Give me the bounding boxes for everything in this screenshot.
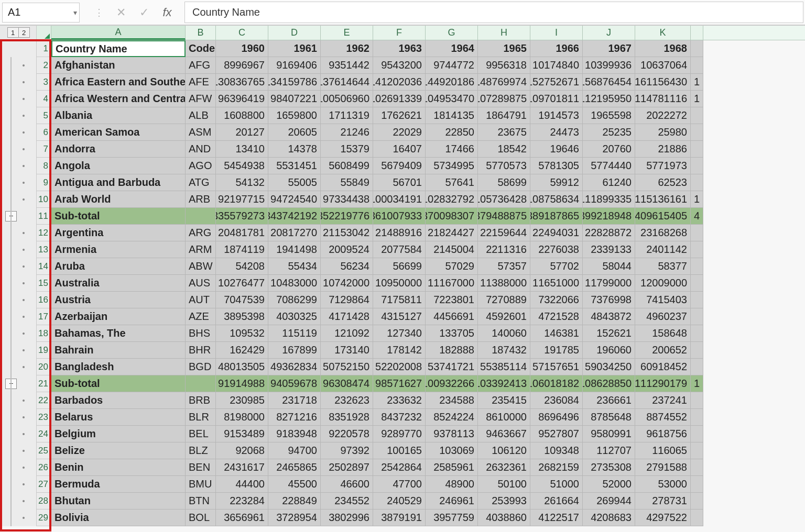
cell-value[interactable]: 233632 [373, 392, 426, 409]
cell-value[interactable]: 3879191 [373, 509, 426, 526]
cell-value[interactable]: 240529 [373, 493, 426, 509]
cell-value[interactable]: 2585961 [426, 459, 478, 476]
row-header[interactable]: 2 [37, 57, 51, 74]
cell-value[interactable]: 234588 [426, 392, 478, 409]
cell-value[interactable]: 8271216 [268, 409, 321, 426]
cell-value[interactable]: 246961 [426, 493, 478, 509]
cell-value[interactable]: 361007933 [373, 208, 426, 225]
row-header[interactable]: 19 [37, 342, 51, 359]
cell-country-name[interactable]: American Samoa [51, 124, 186, 141]
cell-value[interactable]: 228849 [268, 493, 321, 509]
cell-value[interactable]: 9580991 [583, 426, 635, 442]
cell-value[interactable]: 8874552 [635, 409, 691, 426]
cell-value[interactable]: 2502897 [321, 459, 373, 476]
cell-value[interactable]: 133705 [426, 325, 478, 342]
cell-overflow[interactable] [691, 325, 703, 342]
cell-value[interactable]: 57157651 [530, 359, 583, 375]
cell-overflow[interactable] [691, 107, 703, 124]
cell-value[interactable]: 237241 [635, 392, 691, 409]
cell-value[interactable]: 10637064 [635, 57, 691, 74]
cell-value[interactable]: 3957759 [426, 509, 478, 526]
cell-value[interactable]: 232623 [321, 392, 373, 409]
cell-value[interactable]: 187432 [478, 342, 530, 359]
cell-value[interactable]: 55385114 [478, 359, 530, 375]
cell-overflow[interactable] [691, 342, 703, 359]
row-header[interactable]: 21 [37, 375, 51, 392]
cell-value[interactable]: 4297522 [635, 509, 691, 526]
row-header[interactable]: 13 [37, 241, 51, 258]
cell-value[interactable]: 4456691 [426, 308, 478, 325]
cell-value[interactable]: 111290179 [635, 375, 691, 392]
cell-country-code[interactable] [186, 208, 216, 225]
row-header[interactable]: 22 [37, 392, 51, 409]
cell-country-name[interactable]: Africa Western and Central [51, 91, 186, 107]
cell-value[interactable]: 100034191 [373, 191, 426, 208]
col-header-E[interactable]: E [321, 26, 373, 40]
cell-value[interactable]: 23168268 [635, 225, 691, 241]
cell-value[interactable]: 14378 [268, 141, 321, 158]
cell-country-code[interactable]: ARM [186, 241, 216, 258]
cell-country-name[interactable]: Belize [51, 442, 186, 459]
col-header-F[interactable]: F [373, 26, 426, 40]
cell-value[interactable]: 2542864 [373, 459, 426, 476]
cell-value[interactable]: 50752150 [321, 359, 373, 375]
cell-value[interactable]: 8696496 [530, 409, 583, 426]
cell-value[interactable]: 9289770 [373, 426, 426, 442]
cell-value[interactable]: 161156430 [635, 74, 691, 91]
cell-country-name[interactable]: Aruba [51, 258, 186, 275]
cell-value[interactable]: 97392 [321, 442, 373, 459]
cell-B1[interactable]: Code [186, 40, 216, 57]
col-header-A[interactable]: A [51, 26, 186, 40]
cell-country-name[interactable]: Belarus [51, 409, 186, 426]
cell-overflow[interactable] [691, 359, 703, 375]
cell-value[interactable]: 9351442 [321, 57, 373, 74]
cell-value[interactable]: 8610000 [478, 409, 530, 426]
row-header[interactable]: 4 [37, 91, 51, 107]
cell-value[interactable]: 55434 [268, 258, 321, 275]
cell-G1[interactable]: 1964 [426, 40, 478, 57]
cell-value[interactable]: 5454938 [216, 158, 268, 174]
row-header[interactable]: 24 [37, 426, 51, 442]
cell-overflow[interactable] [691, 308, 703, 325]
cell-value[interactable]: 1711319 [321, 107, 373, 124]
col-header-C[interactable]: C [216, 26, 268, 40]
cell-country-code[interactable]: BMU [186, 476, 216, 493]
cell-value[interactable]: 2682159 [530, 459, 583, 476]
cell-value[interactable]: 102832792 [426, 191, 478, 208]
cell-value[interactable]: 4171428 [321, 308, 373, 325]
row-header[interactable]: 17 [37, 308, 51, 325]
cell-value[interactable]: 134159786 [268, 74, 321, 91]
cell-value[interactable]: 115119 [268, 325, 321, 342]
cell-value[interactable]: 4315127 [373, 308, 426, 325]
cell-country-name[interactable]: Benin [51, 459, 186, 476]
cell-value[interactable]: 21886 [635, 141, 691, 158]
cell-value[interactable]: 4038860 [478, 509, 530, 526]
cell-J1[interactable]: 1967 [583, 40, 635, 57]
cell-value[interactable]: 191785 [530, 342, 583, 359]
cell-value[interactable]: 9169406 [268, 57, 321, 74]
cell-value[interactable]: 47700 [373, 476, 426, 493]
cell-value[interactable]: 22828872 [583, 225, 635, 241]
cell-overflow[interactable]: 1 [691, 375, 703, 392]
cell-overflow[interactable] [691, 124, 703, 141]
row-header[interactable]: 8 [37, 158, 51, 174]
cell-value[interactable]: 15379 [321, 141, 373, 158]
cell-country-code[interactable]: BHR [186, 342, 216, 359]
cell-value[interactable]: 52000 [583, 476, 635, 493]
cell-country-code[interactable]: BEN [186, 459, 216, 476]
cell-value[interactable]: 59912 [530, 174, 583, 191]
cell-value[interactable]: 182888 [426, 342, 478, 359]
cell-A1[interactable]: Country Name [51, 40, 186, 57]
row-header[interactable]: 15 [37, 275, 51, 292]
cell-value[interactable]: 389187865 [530, 208, 583, 225]
row-header[interactable]: 5 [37, 107, 51, 124]
cell-value[interactable]: 21153042 [321, 225, 373, 241]
cell-overflow[interactable]: 1 [691, 74, 703, 91]
cell-value[interactable]: 57357 [478, 258, 530, 275]
cell-value[interactable]: 9956318 [478, 57, 530, 74]
chevron-down-icon[interactable]: ▾ [73, 8, 77, 17]
cell-value[interactable]: 48013505 [216, 359, 268, 375]
cell-value[interactable]: 51000 [530, 476, 583, 493]
cell-overflow[interactable] [691, 258, 703, 275]
cell-country-code[interactable]: AND [186, 141, 216, 158]
